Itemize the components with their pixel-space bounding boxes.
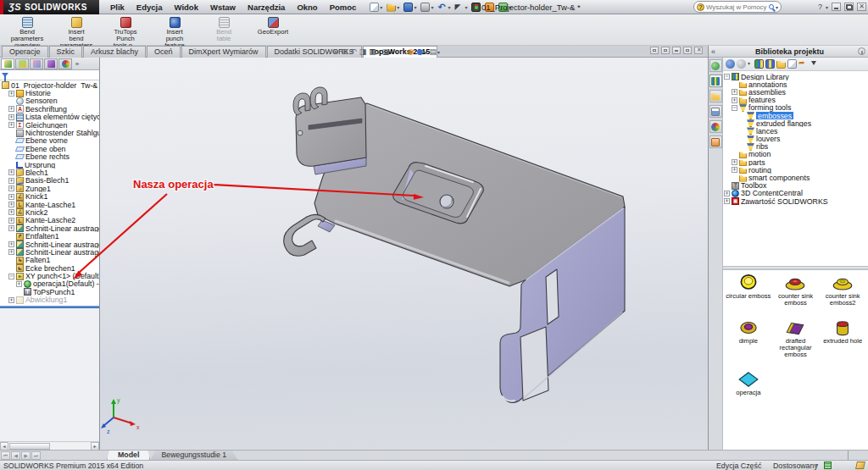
add-file-location-icon[interactable]	[765, 59, 775, 69]
scene-icon[interactable]: ▤▾	[429, 47, 440, 57]
feature-tree-item-ebene-rechts[interactable]: Ebene rechts	[0, 153, 99, 161]
menu-narz-dzia[interactable]: Narzędzia	[242, 0, 291, 14]
expander-plus-icon[interactable]: +	[16, 281, 22, 287]
pin-icon[interactable]	[858, 47, 865, 55]
expander-plus-icon[interactable]: +	[8, 122, 14, 128]
library-tree-item-smart-components[interactable]: smart components	[723, 174, 868, 181]
search-caret-icon[interactable]: ▾	[776, 4, 778, 10]
feature-tree-item-nichtrostender-stahlgu[interactable]: Nichtrostender Stahlguß	[0, 129, 99, 136]
tab-dimxpert-wymiar-w[interactable]: DimXpert Wymiarów	[181, 46, 266, 58]
insert-bend-parameters-button[interactable]: Insertbendparameters	[53, 16, 100, 50]
feature-tree-item-falten1[interactable]: Falten1	[0, 257, 99, 264]
forming-tool-counter-sink-emboss2[interactable]: counter sink emboss2	[819, 274, 866, 313]
library-tree-item-lances[interactable]: lances	[723, 127, 868, 135]
help-icon[interactable]: ?	[818, 3, 822, 11]
scroll-left-icon[interactable]: ◂	[0, 442, 8, 451]
up-arrow-icon[interactable]	[798, 59, 808, 69]
zoom-area-icon[interactable]: ⊞	[342, 47, 348, 57]
tab-szkic[interactable]: Szkic	[49, 46, 83, 58]
feature-tree-item-lista-element-w-ci-tych-1[interactable]: +Lista elementów ciętych(1)	[0, 113, 99, 121]
rebuild-button[interactable]	[470, 3, 481, 12]
hide-show-items-icon[interactable]: ∞▾	[395, 47, 405, 57]
doc-tab-model[interactable]: Model	[107, 451, 150, 461]
forming-tool-operacja[interactable]: operacja	[725, 370, 772, 402]
open-button[interactable]: ▾	[386, 3, 400, 12]
back-icon[interactable]	[726, 59, 735, 69]
feature-tree-item-01-projector-holder-tw-stan[interactable]: 01_Projector-holder_Tw-& (Stan	[0, 81, 99, 89]
feature-tree-item-zunge1[interactable]: +Zunge1	[0, 185, 99, 192]
dropdown-caret-icon[interactable]: ▾	[448, 4, 450, 10]
search-icon[interactable]	[769, 4, 774, 9]
feature-tree-item-abwicklung1[interactable]: +Abwicklung1	[0, 296, 99, 304]
trutops-punch-tools-o-button[interactable]: TruTopsPunchtools o...	[102, 16, 149, 50]
viewport-3d[interactable]: y x z	[100, 58, 708, 450]
dropdown-caret-icon[interactable]: ▾	[380, 4, 382, 10]
feature-tree-item-xy-punch-1-default[interactable]: −XY punch<1> (Default)	[0, 272, 99, 279]
library-tree-item-features[interactable]: +features	[723, 97, 868, 104]
edit-tag-icon[interactable]	[855, 462, 865, 469]
tab-arkusz-blachy[interactable]: Arkusz blachy	[83, 46, 146, 58]
tab-operacje[interactable]: Operacje	[2, 46, 48, 58]
feature-tree-item-knick1[interactable]: +Knick1	[0, 192, 99, 200]
dropdown-caret-icon[interactable]: ▾	[465, 4, 467, 10]
menu-pomoc[interactable]: Pomoc	[324, 0, 363, 14]
new-document-button[interactable]: ▾	[369, 3, 383, 12]
expander-minus-icon[interactable]: −	[732, 105, 737, 111]
feature-tree-item-gleichungen[interactable]: +Gleichungen	[0, 121, 99, 129]
manager-tab-propertymanager[interactable]	[15, 58, 29, 69]
expander-plus-icon[interactable]: +	[8, 241, 14, 247]
feature-tree-item-schnitt-linear-austragen1[interactable]: +Schnitt-Linear austragen1	[0, 224, 99, 232]
expander-plus-icon[interactable]: +	[8, 225, 14, 231]
tab-scroll-first-icon[interactable]: ⏮	[1, 451, 10, 460]
dropdown-caret-icon[interactable]: ▾	[403, 49, 405, 55]
add-to-library-icon[interactable]	[754, 59, 764, 69]
feature-tree-item-beschriftung[interactable]: +Beschriftung	[0, 105, 99, 113]
sheet-metal-part[interactable]	[100, 58, 708, 450]
feature-tree-item-schnitt-linear-austragen3[interactable]: +Schnitt-Linear austragen3	[0, 248, 99, 256]
task-pane-tab-appearances[interactable]	[709, 120, 722, 133]
expander-plus-icon[interactable]: +	[732, 159, 737, 165]
help-search[interactable]: ? ▾	[693, 1, 782, 13]
dropdown-caret-icon[interactable]: ▾	[437, 49, 440, 55]
manager-tab-overflow[interactable]: »	[73, 58, 81, 69]
scrollbar-thumb[interactable]	[9, 443, 50, 450]
featuremanager-filter[interactable]	[0, 70, 99, 80]
expander-plus-icon[interactable]: +	[8, 194, 14, 200]
feature-tree-item-ebene-vorne[interactable]: Ebene vorne	[0, 137, 99, 145]
feature-tree-item-schnitt-linear-austragen2[interactable]: +Schnitt-Linear austragen2	[0, 241, 99, 248]
doc-window-icon[interactable]	[661, 47, 670, 54]
expander-plus-icon[interactable]: +	[8, 178, 14, 184]
feature-tree-item-knick2[interactable]: +Knick2	[0, 208, 99, 216]
view-orientation-icon[interactable]: ▦▾	[369, 47, 380, 57]
library-tree-item-toolbox[interactable]: Toolbox	[723, 182, 868, 190]
realview-icon[interactable]: ◉	[408, 47, 415, 57]
doc-restore-button[interactable]	[683, 47, 692, 54]
feature-tree-item-kante-lasche1[interactable]: +Kante-Lasche1	[0, 201, 99, 208]
collapse-chevrons-icon[interactable]: «	[711, 47, 721, 56]
expander-plus-icon[interactable]: +	[8, 218, 14, 224]
status-units-text[interactable]: Dostosowany	[773, 462, 818, 470]
doc-window-icon[interactable]	[650, 47, 659, 54]
library-tree-item-forming-tools[interactable]: −forming tools	[723, 104, 868, 112]
expander-plus-icon[interactable]: +	[724, 198, 730, 204]
feature-tree-item-blech1[interactable]: +Blech1	[0, 169, 99, 176]
feature-tree-item-ursprung[interactable]: Ursprung	[0, 161, 99, 169]
library-tree-item-parts[interactable]: +parts	[723, 158, 868, 166]
manager-tab-displaymanager[interactable]	[58, 58, 72, 69]
library-tree-item-extruded-flanges[interactable]: extruded flanges	[723, 119, 868, 127]
insert-punch-feature-button[interactable]: Insertpunchfeature	[151, 16, 198, 50]
expander-plus-icon[interactable]: +	[732, 167, 737, 173]
expander-plus-icon[interactable]: +	[732, 97, 737, 103]
tab-oce[interactable]: Oceń	[147, 46, 181, 58]
expander-plus-icon[interactable]: +	[8, 114, 14, 120]
task-pane-tab-custom-properties[interactable]	[709, 135, 722, 148]
tab-scroll-left-icon[interactable]: ◀	[11, 451, 20, 460]
library-tree-item-ribs[interactable]: ribs	[723, 143, 868, 151]
forming-tool-circular-emboss[interactable]: circular emboss	[725, 274, 772, 313]
select-button[interactable]: ▾	[453, 3, 468, 12]
feature-tree-item-ebene-oben[interactable]: Ebene oben	[0, 145, 99, 152]
dropdown-caret-icon[interactable]: ▾	[424, 49, 426, 55]
scroll-right-icon[interactable]: ▸	[91, 442, 99, 451]
task-pane-tab-file-explorer[interactable]	[709, 90, 722, 102]
menu-plik[interactable]: Plik	[104, 0, 131, 14]
